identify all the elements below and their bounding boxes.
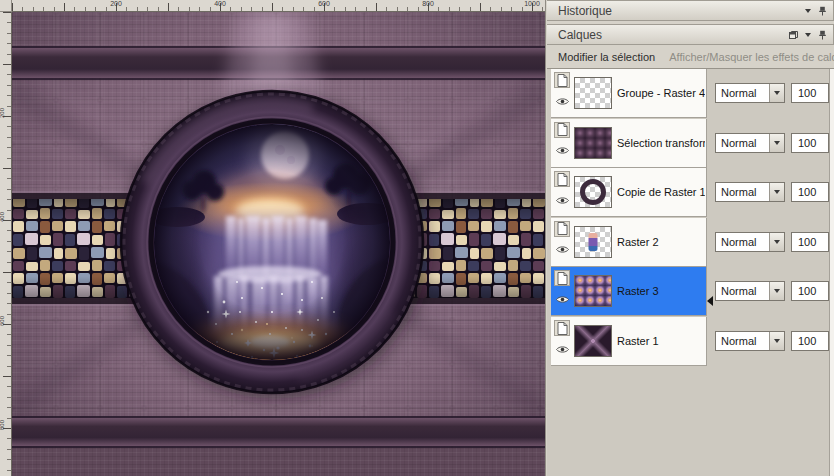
opacity-value[interactable]: 100 bbox=[791, 232, 829, 252]
layer-name: Copie de Raster 1 bbox=[617, 186, 705, 198]
layer-thumbnail[interactable] bbox=[574, 176, 612, 208]
chevron-down-icon[interactable] bbox=[805, 33, 811, 37]
ruler-label: 800 bbox=[0, 420, 5, 430]
canvas-image[interactable] bbox=[12, 12, 545, 476]
layer-type-icon[interactable] bbox=[554, 320, 570, 336]
pin-icon[interactable] bbox=[818, 30, 827, 40]
palette-splitter[interactable] bbox=[707, 294, 715, 308]
chevron-down-icon[interactable] bbox=[769, 332, 784, 350]
layer-thumbnail[interactable] bbox=[574, 226, 612, 258]
blend-mode-select[interactable]: Normal bbox=[715, 83, 785, 103]
layer-row[interactable]: Copie de Raster 1 Normal 100 bbox=[547, 168, 834, 218]
ruler-label: 400 bbox=[0, 212, 5, 222]
layer-thumbnail[interactable] bbox=[574, 275, 612, 307]
layer-row[interactable]: Groupe - Raster 4 Normal 100 bbox=[547, 69, 834, 119]
blend-mode-select[interactable]: Normal bbox=[715, 133, 785, 153]
layer-type-icon[interactable] bbox=[554, 270, 570, 286]
layer-name-area[interactable]: Copie de Raster 1 bbox=[551, 168, 707, 217]
visibility-eye-icon[interactable] bbox=[554, 143, 570, 159]
ruler-label: 1000 bbox=[524, 0, 540, 7]
layers-panel-header[interactable]: Calques bbox=[547, 24, 834, 45]
layer-name-area[interactable]: Groupe - Raster 4 bbox=[551, 69, 707, 118]
layer-name-area[interactable]: Raster 3 bbox=[551, 267, 707, 316]
layer-type-icon[interactable] bbox=[554, 72, 570, 88]
ruler-label: 800 bbox=[422, 0, 434, 7]
layers-toolbar: Modifier la sélection Afficher/Masquer l… bbox=[547, 47, 834, 66]
layer-row[interactable]: Raster 1 Normal 100 bbox=[547, 317, 834, 367]
blend-mode-select[interactable]: Normal bbox=[715, 331, 785, 351]
layer-name: Sélection transformée bbox=[617, 137, 705, 149]
right-panel: Historique Calques Modifier la sélection… bbox=[545, 0, 834, 476]
ruler-label: 200 bbox=[0, 108, 5, 118]
visibility-eye-icon[interactable] bbox=[554, 291, 570, 307]
opacity-value[interactable]: 100 bbox=[791, 133, 829, 153]
pin-icon[interactable] bbox=[818, 6, 827, 16]
chevron-down-icon[interactable] bbox=[769, 84, 784, 102]
show-hide-layer-effects-button[interactable]: Afficher/Masquer les effets de calque bbox=[669, 51, 834, 63]
chevron-down-icon[interactable] bbox=[769, 183, 784, 201]
layer-thumbnail[interactable] bbox=[574, 127, 612, 159]
layer-name: Raster 3 bbox=[617, 285, 659, 297]
ruler-label: 200 bbox=[110, 0, 122, 7]
layer-type-icon[interactable] bbox=[554, 221, 570, 237]
layers-list: Groupe - Raster 4 Normal 100 Sélection t… bbox=[547, 68, 834, 476]
history-title: Historique bbox=[558, 4, 612, 18]
app-window: 200 400 600 800 1000 200 400 600 800 bbox=[0, 0, 834, 476]
ruler-label: 400 bbox=[214, 0, 226, 7]
chevron-down-icon[interactable] bbox=[769, 134, 784, 152]
layer-name: Raster 1 bbox=[617, 335, 659, 347]
visibility-eye-icon[interactable] bbox=[554, 242, 570, 258]
layer-name-area[interactable]: Raster 2 bbox=[551, 218, 707, 267]
history-panel-header[interactable]: Historique bbox=[547, 0, 834, 21]
ruler-vertical: 200 400 600 800 bbox=[0, 12, 12, 476]
ruler-corner bbox=[0, 0, 12, 12]
visibility-eye-icon[interactable] bbox=[554, 341, 570, 357]
opacity-value[interactable]: 100 bbox=[791, 331, 829, 351]
visibility-eye-icon[interactable] bbox=[554, 93, 570, 109]
canvas-area: 200 400 600 800 1000 200 400 600 800 bbox=[0, 0, 545, 476]
scrollbar-track[interactable] bbox=[829, 69, 834, 476]
chevron-down-icon[interactable] bbox=[805, 9, 811, 13]
blend-mode-select[interactable]: Normal bbox=[715, 232, 785, 252]
ruler-label: 600 bbox=[318, 0, 330, 7]
modify-selection-button[interactable]: Modifier la sélection bbox=[558, 51, 655, 63]
window-restore-icon[interactable] bbox=[789, 31, 798, 39]
layers-title: Calques bbox=[558, 28, 602, 42]
opacity-value[interactable]: 100 bbox=[791, 83, 829, 103]
visibility-eye-icon[interactable] bbox=[554, 192, 570, 208]
blend-mode-select[interactable]: Normal bbox=[715, 281, 785, 301]
layer-row[interactable]: Sélection transformée Normal 100 bbox=[547, 119, 834, 169]
layer-name: Groupe - Raster 4 bbox=[617, 87, 705, 99]
layer-row[interactable]: Raster 2 Normal 100 bbox=[547, 218, 834, 268]
layer-thumbnail[interactable] bbox=[574, 77, 612, 109]
layer-type-icon[interactable] bbox=[554, 122, 570, 138]
layer-thumbnail[interactable] bbox=[574, 325, 612, 357]
layer-name-area[interactable]: Sélection transformée bbox=[551, 119, 707, 168]
ruler-horizontal: 200 400 600 800 1000 bbox=[12, 0, 545, 12]
chevron-down-icon[interactable] bbox=[769, 233, 784, 251]
layer-type-icon[interactable] bbox=[554, 171, 570, 187]
layer-row[interactable]: Raster 3 Normal 100 bbox=[547, 267, 834, 317]
opacity-value[interactable]: 100 bbox=[791, 281, 829, 301]
opacity-value[interactable]: 100 bbox=[791, 182, 829, 202]
blend-mode-select[interactable]: Normal bbox=[715, 182, 785, 202]
layer-name-area[interactable]: Raster 1 bbox=[551, 317, 707, 366]
chevron-down-icon[interactable] bbox=[769, 282, 784, 300]
layer-name: Raster 2 bbox=[617, 236, 659, 248]
ruler-label: 600 bbox=[0, 316, 5, 326]
